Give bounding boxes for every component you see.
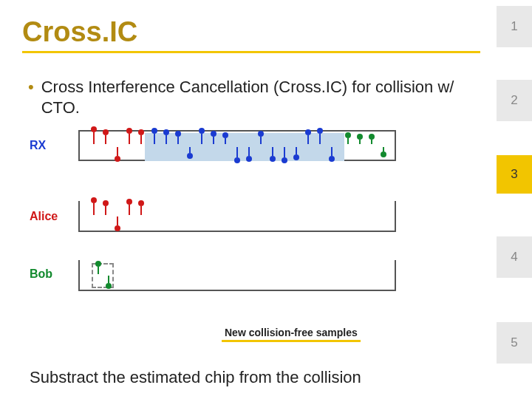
track-rx [78, 130, 396, 161]
track-alice [78, 201, 396, 232]
tab-4[interactable]: 4 [497, 236, 532, 278]
label-bob: Bob [30, 267, 52, 281]
collision-region [145, 133, 344, 161]
label-rx: RX [30, 139, 46, 152]
tab-3-active[interactable]: 3 [497, 155, 532, 194]
tab-2[interactable]: 2 [497, 80, 532, 121]
tab-1[interactable]: 1 [497, 6, 532, 47]
section-tabs: 1 2 3 4 5 [497, 0, 532, 399]
signal-diagram: RX Alice [74, 130, 443, 322]
tab-5[interactable]: 5 [497, 322, 532, 364]
slide-title: Cross.IC [22, 16, 480, 53]
bullet-text: Cross Interference Cancellation (Cross.I… [41, 77, 471, 117]
label-alice: Alice [30, 210, 58, 223]
caption-new-samples: New collision-free samples [222, 325, 361, 340]
bullet-item: • Cross Interference Cancellation (Cross… [28, 77, 471, 117]
bullet-dot-icon: • [28, 77, 34, 117]
footer-text: Substract the estimated chip from the co… [30, 368, 361, 387]
track-bob [78, 260, 396, 291]
